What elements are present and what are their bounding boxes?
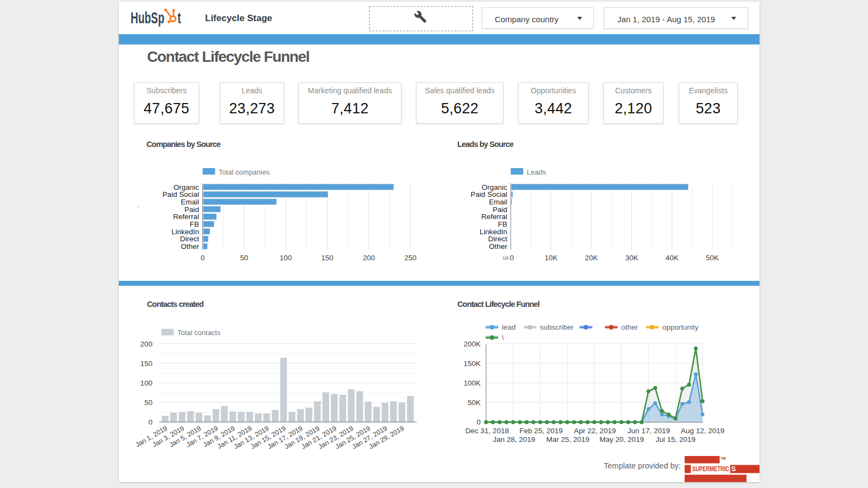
svg-text:Dec 31, 2018: Dec 31, 2018 (465, 427, 509, 435)
svg-text:40K: 40K (666, 254, 679, 262)
svg-text:Leads: Leads (527, 168, 546, 176)
svg-text:\: \ (502, 333, 504, 342)
svg-text:0: 0 (510, 254, 514, 262)
svg-text:100K: 100K (463, 379, 481, 387)
svg-text:SUPERMETRIC: SUPERMETRIC (692, 465, 729, 473)
svg-text:Feb 25, 2019: Feb 25, 2019 (520, 427, 563, 435)
svg-text:t: t (177, 8, 181, 26)
svg-text:50: 50 (240, 254, 248, 262)
svg-text:0: 0 (148, 418, 152, 426)
svg-text:Aug 12, 2019: Aug 12, 2019 (681, 427, 724, 435)
svg-text:Jun 17, 2019: Jun 17, 2019 (628, 427, 670, 435)
svg-text:lead: lead (502, 323, 516, 331)
svg-text:Other: Other (181, 242, 199, 251)
svg-text:10K: 10K (545, 254, 558, 262)
svg-text:Total companies: Total companies (219, 168, 270, 176)
svg-text:150: 150 (140, 359, 152, 368)
svg-text:other: other (621, 323, 638, 331)
svg-text:100: 100 (140, 379, 152, 387)
svg-text:200K: 200K (463, 340, 481, 348)
svg-text:Mar 25, 2019: Mar 25, 2019 (546, 435, 590, 444)
svg-text:200: 200 (363, 254, 375, 262)
svg-text:us: us (502, 254, 509, 261)
svg-text:0: 0 (476, 418, 481, 426)
svg-text:Jul 15, 2019: Jul 15, 2019 (656, 435, 696, 444)
svg-text:Apr 22, 2019: Apr 22, 2019 (574, 427, 616, 435)
svg-text:May 20, 2019: May 20, 2019 (599, 435, 644, 444)
svg-text:250: 250 (404, 254, 417, 262)
svg-text:HubSp: HubSp (131, 8, 164, 26)
svg-text:TM: TM (721, 457, 726, 460)
svg-text:0: 0 (201, 254, 205, 262)
svg-text:subscriber: subscriber (540, 323, 574, 331)
svg-text:20K: 20K (585, 254, 598, 262)
svg-text:150: 150 (321, 254, 334, 262)
svg-text:S: S (731, 465, 736, 473)
svg-text:30K: 30K (625, 254, 638, 262)
svg-text:50K: 50K (706, 254, 719, 262)
svg-text:': ' (138, 206, 139, 212)
svg-text:opportunity: opportunity (662, 323, 699, 331)
svg-text:Other: Other (489, 242, 507, 251)
svg-text:Total contacts: Total contacts (177, 329, 221, 337)
svg-text:100: 100 (279, 254, 292, 262)
svg-text:50: 50 (144, 399, 152, 407)
svg-text:50K: 50K (468, 399, 481, 407)
svg-text:200: 200 (140, 340, 152, 348)
svg-text:Jan 28, 2019: Jan 28, 2019 (493, 435, 535, 444)
svg-text:150K: 150K (463, 359, 481, 368)
